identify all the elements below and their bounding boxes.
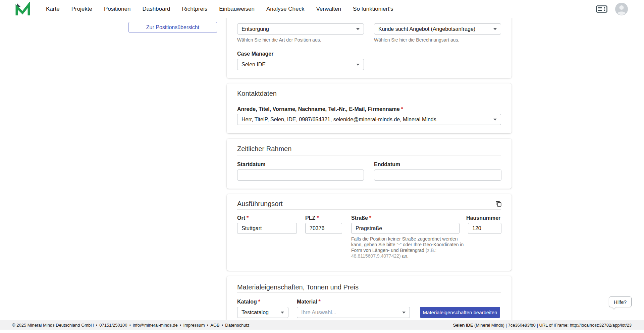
help-button-label: Hilfe? (614, 299, 627, 305)
required-asterisk: * (258, 299, 260, 305)
nav-item-verwalten[interactable]: Verwalten (316, 6, 341, 12)
footer-email-link[interactable]: info@mineral-minds.de (133, 323, 178, 328)
footer-privacy-link[interactable]: Datenschutz (225, 323, 249, 328)
page: Entsorgung Kunde sucht Angebot (Angebots… (0, 0, 644, 333)
footer-separator: • (222, 323, 223, 328)
contact-select[interactable]: Herr, TitelP, Selen, IDE, 0987/654321, s… (237, 114, 501, 125)
divider (237, 155, 501, 155)
nav-item-projekte[interactable]: Projekte (71, 6, 92, 12)
city-input[interactable] (237, 223, 297, 234)
case-manager-select[interactable]: Selen IDE (237, 59, 364, 70)
help-button[interactable]: Hilfe? (609, 296, 632, 307)
position-type-help: Wählen Sie hier die Art der Position aus… (237, 37, 321, 43)
street-help-text: Falls die Position keiner Straße zugeord… (351, 236, 469, 259)
user-avatar[interactable] (615, 3, 628, 15)
footer-separator: • (207, 323, 209, 328)
location-card-title: Ausführungsort (237, 200, 283, 208)
chevron-down-icon (281, 312, 284, 314)
case-manager-label: Case Manager (237, 51, 274, 57)
nav-item-einbauweisen[interactable]: Einbauweisen (219, 6, 255, 12)
billing-type-select[interactable]: Kunde sucht Angebot (Angebotsanfrage) (374, 23, 501, 35)
required-asterisk: * (369, 215, 371, 221)
terminal-icon[interactable] (596, 5, 607, 13)
position-type-select[interactable]: Entsorgung (237, 23, 364, 35)
divider (237, 100, 501, 100)
zip-input[interactable] (305, 223, 342, 234)
nav-item-dashboard[interactable]: Dashboard (142, 6, 170, 12)
house-number-input[interactable] (468, 223, 501, 234)
material-card-title: Materialeigenschaften, Tonnen und Preis (237, 283, 359, 291)
billing-type-help: Wählen Sie hier die Berechnungsart aus. (374, 37, 459, 43)
session-user: Selen IDE (453, 323, 473, 328)
timeframe-card-title: Zeitlicher Rahmen (237, 145, 291, 153)
back-to-positions-button[interactable]: Zur Positionsübersicht (128, 22, 217, 33)
nav-item-positionen[interactable]: Positionen (104, 6, 130, 12)
required-asterisk: * (247, 215, 249, 221)
required-asterisk: * (401, 106, 403, 112)
end-date-input[interactable] (374, 170, 501, 181)
divider (237, 209, 501, 210)
material-label: Material* (297, 299, 321, 305)
footer-terms-link[interactable]: AGB (210, 323, 219, 328)
material-select[interactable]: Ihre Auswahl... (297, 307, 410, 318)
footer-left: © 2025 Mineral Minds Deutschland GmbH • … (12, 323, 250, 328)
contact-value: Herr, TitelP, Selen, IDE, 0987/654321, s… (241, 117, 436, 123)
chevron-down-icon (493, 119, 497, 121)
case-manager-value: Selen IDE (241, 62, 266, 68)
contact-label: Anrede, Titel, Vorname, Nachname, Tel.-N… (237, 106, 403, 112)
material-placeholder: Ihre Auswahl... (301, 310, 336, 316)
catalog-label: Katalog* (237, 299, 260, 305)
top-navbar: Karte Projekte Positionen Dashboard Rich… (0, 0, 644, 18)
city-label: Ort* (237, 215, 249, 221)
footer: © 2025 Mineral Minds Deutschland GmbH • … (0, 320, 644, 330)
catalog-select[interactable]: Testcatalog (237, 307, 288, 318)
navbar-right (596, 3, 628, 15)
footer-copyright: © 2025 Mineral Minds Deutschland GmbH (12, 323, 94, 328)
footer-separator: • (180, 323, 181, 328)
start-date-label: Startdatum (237, 161, 265, 168)
chevron-down-icon (402, 312, 406, 314)
contact-card-title: Kontaktdaten (237, 90, 277, 97)
required-asterisk: * (317, 215, 319, 221)
footer-imprint-link[interactable]: Impressum (183, 323, 205, 328)
footer-separator: • (96, 323, 98, 328)
chevron-down-icon (493, 28, 497, 30)
session-details: (Mineral Minds) | 7ce360e83fb0 | URL of … (474, 323, 632, 328)
house-number-label: Hausnummer (466, 215, 500, 221)
billing-type-value: Kunde sucht Angebot (Angebotsanfrage) (378, 26, 475, 32)
position-type-value: Entsorgung (241, 26, 269, 32)
footer-session-info: Selen IDE (Mineral Minds) | 7ce360e83fb0… (453, 323, 632, 328)
nav-item-analyse-check[interactable]: Analyse Check (266, 6, 304, 12)
end-date-label: Enddatum (374, 161, 400, 168)
start-date-input[interactable] (237, 170, 364, 181)
street-label: Straße* (351, 215, 371, 221)
nav-item-richtpreis[interactable]: Richtpreis (182, 6, 208, 12)
chevron-down-icon (356, 64, 360, 66)
nav-item-karte[interactable]: Karte (46, 6, 60, 12)
zip-label: PLZ* (305, 215, 319, 221)
catalog-value: Testcatalog (241, 310, 269, 316)
nav-item-so-funktionierts[interactable]: So funktioniert's (353, 6, 393, 12)
divider (237, 292, 501, 293)
required-asterisk: * (318, 299, 320, 305)
footer-phone-link[interactable]: 07151/250100 (99, 323, 127, 328)
street-input[interactable] (351, 223, 460, 234)
mineral-minds-logo[interactable] (15, 2, 31, 16)
main-nav: Karte Projekte Positionen Dashboard Rich… (46, 6, 393, 12)
chevron-down-icon (356, 28, 360, 30)
edit-material-properties-button[interactable]: Materialeigenschaften bearbeiten (420, 307, 500, 318)
footer-separator: • (129, 323, 131, 328)
copy-icon[interactable] (494, 200, 502, 208)
